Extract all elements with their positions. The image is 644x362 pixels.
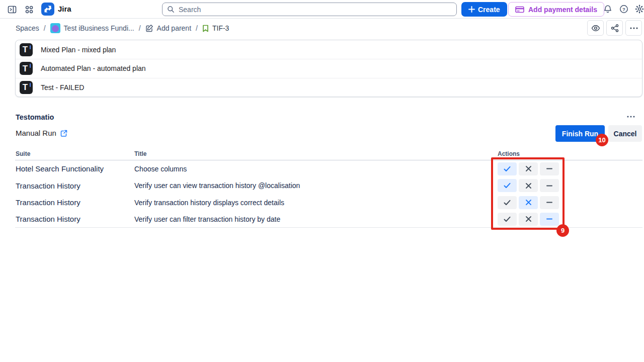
breadcrumb-page[interactable]: TIF-3	[202, 24, 229, 32]
add-payment-details-label: Add payment details	[528, 6, 597, 14]
column-header-actions: Actions	[497, 150, 642, 160]
title-cell: Verify user can view transaction history…	[134, 182, 497, 190]
space-avatar	[50, 23, 60, 33]
create-button[interactable]: Create	[461, 2, 507, 17]
cancel-button[interactable]: Cancel	[608, 125, 642, 142]
table-row: Hotel Search Functionality Choose column…	[15, 160, 642, 177]
column-header-suite: Suite	[15, 150, 134, 160]
suite-cell: Hotel Search Functionality	[15, 164, 134, 173]
list-item[interactable]: T Mixed Plan - mixed plan	[16, 40, 642, 59]
app-title: Jira	[58, 5, 71, 13]
add-payment-details-button[interactable]: Add payment details	[508, 2, 604, 17]
testomatio-plan-icon: T	[20, 43, 33, 56]
skip-minus-button[interactable]	[540, 162, 559, 175]
breadcrumb-space-label: Test iBusiness Fundi...	[64, 24, 134, 32]
bookmark-icon	[202, 25, 209, 32]
manual-run-label: Manual Run	[16, 129, 56, 137]
breadcrumb-spaces[interactable]: Spaces	[16, 24, 39, 32]
plan-label: Automated Plan - automated plan	[41, 64, 146, 72]
finish-run-label: Finish Run	[562, 130, 598, 138]
testomatio-plan-icon: T	[20, 81, 33, 94]
section-more-icon[interactable]	[627, 112, 640, 122]
action-buttons	[498, 196, 642, 209]
table-row: Transaction History Verify user can filt…	[15, 211, 642, 228]
skip-minus-button[interactable]	[540, 196, 559, 209]
suite-cell: Transaction History	[15, 198, 134, 207]
share-icon[interactable]	[606, 20, 623, 36]
list-item[interactable]: T Test - FAILED	[16, 78, 642, 97]
manual-run-link[interactable]: Manual Run	[16, 129, 67, 137]
pass-check-button[interactable]	[498, 213, 517, 226]
breadcrumb-page-label: TIF-3	[212, 24, 229, 32]
skip-minus-button[interactable]	[540, 179, 559, 192]
action-buttons	[498, 162, 642, 175]
watch-eye-icon[interactable]	[587, 20, 604, 36]
pass-check-button[interactable]	[498, 179, 517, 192]
testomatio-plan-icon: T	[20, 62, 33, 75]
action-buttons	[498, 213, 642, 226]
breadcrumb-separator: /	[44, 24, 46, 32]
table-header-row: Suite Title Actions	[15, 150, 642, 160]
external-link-icon	[60, 130, 67, 137]
fail-cross-button[interactable]	[519, 196, 538, 209]
search-input[interactable]	[162, 3, 457, 16]
plan-label: Test - FAILED	[41, 83, 84, 92]
skip-minus-button[interactable]	[540, 213, 559, 226]
table-row: Transaction History Verify user can view…	[15, 177, 642, 195]
sidebar-toggle-icon[interactable]	[7, 4, 18, 15]
annotation-badge-10: 10	[596, 134, 608, 146]
help-icon[interactable]: ?	[619, 4, 629, 14]
create-button-label: Create	[478, 6, 500, 14]
fail-cross-button[interactable]	[519, 162, 538, 175]
breadcrumb-add-parent-label: Add parent	[157, 24, 192, 32]
action-buttons	[498, 179, 642, 192]
test-plan-list: T Mixed Plan - mixed plan T Automated Pl…	[15, 40, 642, 97]
title-cell: Verify user can filter transaction histo…	[134, 215, 497, 223]
notifications-bell-icon[interactable]	[603, 4, 613, 14]
breadcrumb-separator: /	[139, 24, 141, 32]
breadcrumb-separator: /	[196, 24, 198, 32]
svg-text:?: ?	[622, 7, 625, 12]
breadcrumb-add-parent[interactable]: Add parent	[145, 24, 192, 32]
top-navigation-bar: Jira Create Add payment details	[0, 0, 644, 19]
pass-check-button[interactable]	[498, 196, 517, 209]
edit-pencil-icon	[145, 24, 153, 32]
app-switcher-icon[interactable]	[24, 4, 35, 15]
breadcrumb: Spaces / Test iBusiness Fundi... / Add p…	[16, 19, 229, 38]
more-actions-icon[interactable]	[625, 20, 642, 36]
suite-cell: Transaction History	[15, 215, 134, 223]
test-run-table: Suite Title Actions Hotel Search Functio…	[15, 150, 642, 228]
page-toolbar	[587, 20, 642, 36]
column-header-title: Title	[134, 150, 497, 160]
pass-check-button[interactable]	[498, 162, 517, 175]
list-item[interactable]: T Automated Plan - automated plan	[16, 59, 642, 77]
title-cell: Verify transaction history displays corr…	[134, 199, 497, 207]
suite-cell: Transaction History	[15, 182, 134, 190]
global-search	[162, 3, 457, 16]
table-row: Transaction History Verify transaction h…	[15, 194, 642, 211]
jira-page: Jira Create Add payment details	[0, 0, 644, 362]
search-icon	[167, 6, 175, 13]
settings-gear-icon[interactable]	[634, 4, 644, 14]
section-title: Testomatio	[16, 113, 54, 121]
fail-cross-button[interactable]	[519, 213, 538, 226]
plan-label: Mixed Plan - mixed plan	[41, 46, 116, 54]
breadcrumb-space[interactable]: Test iBusiness Fundi...	[50, 23, 134, 33]
cancel-label: Cancel	[614, 130, 637, 138]
jira-logo[interactable]	[41, 3, 54, 16]
title-cell: Choose columns	[134, 165, 497, 173]
finish-run-button[interactable]: Finish Run 10	[555, 125, 605, 142]
fail-cross-button[interactable]	[519, 179, 538, 192]
